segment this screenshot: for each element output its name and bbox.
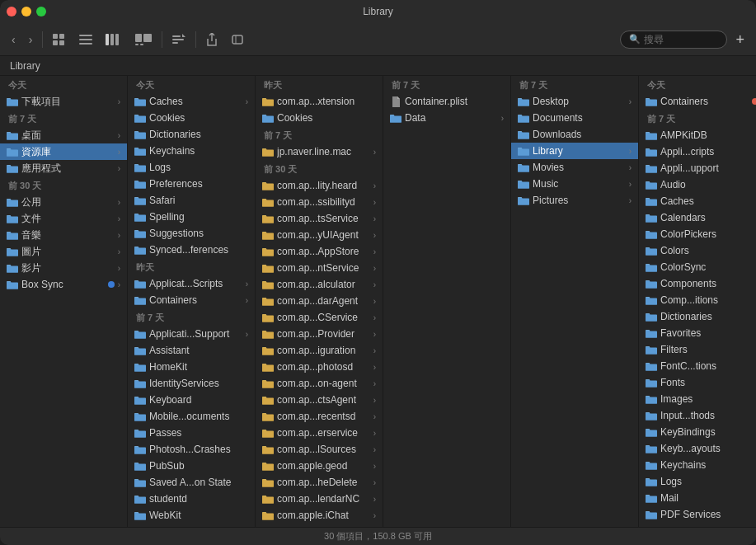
list-item[interactable]: com.ap...yUIAgent› <box>256 227 383 243</box>
list-item[interactable]: Preferences <box>128 176 255 192</box>
list-item[interactable]: PubSub <box>128 458 255 474</box>
list-item[interactable]: com.ap...lity.heard› <box>256 177 383 194</box>
list-item[interactable]: Assistant <box>128 342 255 359</box>
back-button[interactable]: ‹ <box>7 30 21 49</box>
list-item[interactable]: com.ap...tsService› <box>256 210 383 227</box>
list-item[interactable]: Suggestions <box>128 225 255 242</box>
list-item[interactable]: Fonts <box>639 374 756 391</box>
list-item[interactable]: Preferences <box>639 523 756 527</box>
list-item[interactable]: 桌面› <box>0 127 127 143</box>
list-item[interactable]: Photosh...Crashes <box>128 441 255 458</box>
list-item[interactable]: Documents <box>511 110 638 126</box>
list-item[interactable]: Logs <box>128 159 255 176</box>
list-item[interactable]: Pictures› <box>511 192 638 209</box>
share-button[interactable] <box>201 30 223 49</box>
list-item[interactable]: Containers› <box>639 93 756 110</box>
list-item[interactable]: ColorSync <box>639 259 756 275</box>
list-item[interactable]: Calendars <box>639 209 756 226</box>
forward-button[interactable]: › <box>24 30 38 49</box>
arrange-button[interactable] <box>167 31 190 49</box>
list-item[interactable]: Appli...upport <box>639 160 756 176</box>
list-item[interactable]: com.ap...iguration› <box>256 342 383 359</box>
search-input[interactable] <box>644 34 718 45</box>
list-item[interactable]: 文件› <box>0 210 127 227</box>
gallery-view-button[interactable] <box>130 31 157 49</box>
list-item[interactable]: IdentityServices <box>128 375 255 392</box>
list-item[interactable]: Dictionaries <box>128 126 255 143</box>
list-item[interactable]: com.ap...erservice› <box>256 425 383 441</box>
minimize-button[interactable] <box>21 7 31 16</box>
list-item[interactable]: Saved A...on State <box>128 474 255 491</box>
list-item[interactable]: Passes <box>128 425 255 441</box>
list-item[interactable]: Synced...ferences <box>128 242 255 258</box>
list-item[interactable]: Movies› <box>511 159 638 176</box>
list-item[interactable]: ColorPickers <box>639 226 756 242</box>
list-item[interactable]: Caches› <box>128 93 255 110</box>
list-item[interactable]: Box Sync› <box>0 276 127 293</box>
list-item[interactable]: com.ap...heDelete› <box>256 474 383 491</box>
list-item[interactable]: com.apple.iChat› <box>256 507 383 524</box>
list-item[interactable]: com.ap...darAgent› <box>256 293 383 309</box>
list-item[interactable]: com.ap...ssibilityd› <box>256 194 383 210</box>
list-item[interactable]: com.ap...lSources› <box>256 441 383 458</box>
list-item[interactable]: Desktop› <box>511 93 638 110</box>
list-item[interactable]: Music› <box>511 176 638 192</box>
icon-view-button[interactable] <box>48 31 71 49</box>
list-item[interactable]: Keyboard <box>128 392 255 408</box>
list-item[interactable]: 公用› <box>0 194 127 210</box>
list-item[interactable]: studentd <box>128 491 255 507</box>
list-item[interactable]: Applicati...Support› <box>128 326 255 342</box>
list-item[interactable]: com.ap...Provider› <box>256 326 383 342</box>
list-item[interactable]: Colors <box>639 242 756 259</box>
list-item[interactable]: com.ap...ctsAgent› <box>256 392 383 408</box>
list-item[interactable]: Logs <box>639 473 756 490</box>
column-view-button[interactable] <box>101 31 127 49</box>
list-item[interactable]: Applicat...Scripts› <box>128 275 255 292</box>
list-item[interactable]: Mobile...ocuments <box>128 408 255 425</box>
list-item[interactable]: com.apple.geod› <box>256 458 383 474</box>
list-item[interactable]: 應用程式› <box>0 160 127 176</box>
list-item[interactable]: AMPKitDB <box>639 127 756 143</box>
list-item[interactable]: Keychains <box>128 143 255 159</box>
list-item[interactable]: com.ap...photosd› <box>256 359 383 375</box>
list-item[interactable]: Keychains <box>639 457 756 473</box>
tag-button[interactable] <box>226 31 249 49</box>
list-item[interactable]: jp.naver.line.mac› <box>256 143 383 160</box>
list-item[interactable]: Comp...itions <box>639 292 756 308</box>
list-item[interactable]: Data› <box>383 110 510 126</box>
list-item[interactable]: 圖片› <box>0 243 127 260</box>
list-item[interactable]: Cookies <box>256 110 383 126</box>
close-button[interactable] <box>7 7 16 16</box>
list-item[interactable]: com.ap...alculator› <box>256 276 383 293</box>
list-item[interactable]: Spelling <box>128 209 255 225</box>
list-item[interactable]: Keyb...ayouts <box>639 440 756 457</box>
list-item[interactable]: com.ap...CService› <box>256 309 383 326</box>
list-item[interactable]: com.ap...ntService› <box>256 260 383 276</box>
list-item[interactable]: com.ap...AppStore› <box>256 243 383 260</box>
list-item[interactable]: PDF Services <box>639 506 756 523</box>
list-item[interactable]: Components <box>639 275 756 292</box>
list-item[interactable]: Downloads <box>511 126 638 143</box>
list-item[interactable]: Caches <box>639 193 756 209</box>
list-item[interactable]: Filters <box>639 341 756 358</box>
list-item[interactable]: Audio <box>639 176 756 193</box>
list-item[interactable]: Images <box>639 391 756 407</box>
list-item[interactable]: 音樂› <box>0 227 127 243</box>
list-item[interactable]: Library› <box>511 143 638 159</box>
list-item[interactable]: 影片› <box>0 260 127 276</box>
list-item[interactable]: Cookies <box>128 110 255 126</box>
list-item[interactable]: com.ap...lendarNC› <box>256 491 383 507</box>
list-item[interactable]: Appli...cripts <box>639 143 756 160</box>
list-item[interactable]: Input...thods <box>639 407 756 424</box>
list-item[interactable]: KeyBindings <box>639 424 756 440</box>
search-box[interactable]: 🔍 <box>620 31 727 49</box>
list-item[interactable]: Safari <box>128 192 255 209</box>
list-item[interactable]: Mail <box>639 490 756 506</box>
add-button[interactable]: + <box>730 32 749 47</box>
list-item[interactable]: com.ap...od.TCIM› <box>256 524 383 527</box>
list-item[interactable]: Containers› <box>128 292 255 308</box>
list-item[interactable]: Dictionaries <box>639 308 756 325</box>
list-item[interactable]: FontC...tions <box>639 358 756 374</box>
list-item[interactable]: Container.plist <box>383 93 510 110</box>
list-item[interactable]: 資源庫› <box>0 143 127 160</box>
